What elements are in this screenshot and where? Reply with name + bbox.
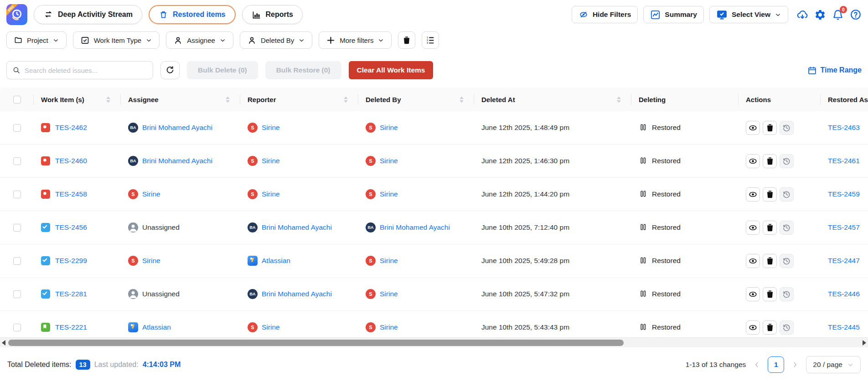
time-range-button[interactable]: Time Range	[807, 66, 862, 75]
restored-as-link[interactable]: TES-2461	[828, 157, 860, 165]
user-name-link[interactable]: Sirine	[380, 190, 398, 198]
cloud-download-icon[interactable]	[796, 9, 808, 21]
restore-history-button[interactable]	[780, 154, 794, 168]
view-button[interactable]	[746, 320, 760, 335]
restore-history-button[interactable]	[780, 320, 794, 335]
delete-button[interactable]	[763, 121, 777, 135]
user-name-link[interactable]: Sirine	[380, 157, 398, 165]
prev-page-button[interactable]	[753, 361, 760, 368]
view-button[interactable]	[746, 187, 760, 201]
user-name-link[interactable]: Sirine	[262, 190, 280, 198]
tab-deep-activity-stream[interactable]: Deep Activitiy Stream	[34, 5, 142, 24]
sort-icon[interactable]	[225, 96, 230, 103]
work-item-type-filter-dropdown[interactable]: Work Item Type	[73, 31, 160, 49]
work-item-link[interactable]: TES-2221	[55, 323, 87, 331]
tab-restored-items[interactable]: Restored items	[149, 5, 236, 24]
column-header-reporter[interactable]: Reporter	[240, 88, 358, 111]
user-name-link[interactable]: Sirine	[262, 124, 280, 132]
user-name-link[interactable]: Sirine	[380, 124, 398, 132]
view-button[interactable]	[746, 254, 760, 268]
assignee-filter-dropdown[interactable]: Assignee	[166, 31, 233, 49]
select-all-checkbox[interactable]	[13, 96, 21, 103]
refresh-button[interactable]	[160, 61, 180, 79]
project-filter-dropdown[interactable]: Project	[6, 31, 67, 49]
row-checkbox[interactable]	[13, 290, 21, 298]
notifications-bell-icon[interactable]: 0	[832, 9, 844, 21]
user-name-link[interactable]: Atlassian	[262, 257, 290, 265]
restore-history-button[interactable]	[780, 121, 794, 135]
tab-reports[interactable]: Reports	[242, 5, 303, 24]
column-header-work_item[interactable]: Work Item (s)	[34, 88, 121, 111]
user-name-link[interactable]: Sirine	[380, 290, 398, 298]
user-name-link[interactable]: Sirine	[142, 257, 160, 265]
work-item-link[interactable]: TES-2458	[55, 190, 87, 198]
column-header-deleted_by[interactable]: Deleted By	[358, 88, 474, 111]
user-name-link[interactable]: Sirine	[262, 323, 280, 331]
restore-history-button[interactable]	[780, 287, 794, 301]
restored-as-link[interactable]: TES-2446	[828, 290, 860, 298]
view-button[interactable]	[746, 154, 760, 168]
row-checkbox[interactable]	[13, 157, 21, 165]
sort-icon[interactable]	[343, 96, 348, 103]
view-button[interactable]	[746, 287, 760, 301]
restore-history-button[interactable]	[780, 221, 794, 235]
restored-as-link[interactable]: TES-2459	[828, 190, 860, 198]
scrollbar-thumb[interactable]	[8, 340, 624, 346]
scroll-right-arrow[interactable]	[863, 340, 866, 346]
summary-button[interactable]: Summary	[643, 6, 704, 23]
column-header-deleted_at[interactable]: Deleted At	[474, 88, 631, 111]
next-page-button[interactable]	[791, 361, 799, 368]
user-name-link[interactable]: Sirine	[380, 257, 398, 265]
more-filters-dropdown[interactable]: More filters	[319, 31, 392, 49]
row-checkbox[interactable]	[13, 191, 21, 198]
user-name-link[interactable]: Brini Mohamed Ayachi	[142, 157, 212, 165]
user-name-link[interactable]: Brini Mohamed Ayachi	[262, 290, 332, 298]
bulk-delete-button[interactable]: Bulk Delete (0)	[187, 61, 258, 79]
user-name-link[interactable]: Brini Mohamed Ayachi	[262, 223, 332, 232]
restored-as-link[interactable]: TES-2463	[828, 124, 860, 132]
user-name-link[interactable]: Sirine	[142, 190, 160, 198]
work-item-link[interactable]: TES-2462	[55, 124, 87, 132]
bulk-restore-button[interactable]: Bulk Restore (0)	[265, 61, 341, 79]
row-checkbox[interactable]	[13, 224, 21, 232]
restore-history-button[interactable]	[780, 187, 794, 201]
help-icon[interactable]	[850, 9, 862, 21]
column-header-assignee[interactable]: Assignee	[121, 88, 240, 111]
work-item-link[interactable]: TES-2460	[55, 157, 87, 165]
sort-icon[interactable]	[459, 96, 464, 103]
delete-button[interactable]	[763, 154, 777, 168]
delete-button[interactable]	[763, 287, 777, 301]
work-item-link[interactable]: TES-2281	[55, 290, 87, 298]
restore-history-button[interactable]	[780, 254, 794, 268]
page-number-button[interactable]: 1	[768, 356, 784, 373]
hide-filters-button[interactable]: Hide Filters	[572, 6, 638, 23]
work-item-link[interactable]: TES-2299	[55, 257, 87, 265]
row-checkbox[interactable]	[13, 324, 21, 331]
restored-as-link[interactable]: TES-2447	[828, 257, 860, 265]
restored-as-link[interactable]: TES-2457	[828, 223, 860, 232]
sort-icon[interactable]	[616, 96, 621, 103]
horizontal-scrollbar[interactable]	[0, 337, 868, 347]
delete-button[interactable]	[763, 187, 777, 201]
delete-filter-button[interactable]	[398, 31, 415, 49]
numbered-list-button[interactable]: 123	[422, 31, 439, 49]
scroll-left-arrow[interactable]	[2, 340, 5, 346]
settings-gear-icon[interactable]	[814, 9, 826, 21]
deleted-by-filter-dropdown[interactable]: Deleted By	[240, 31, 312, 49]
sort-icon[interactable]	[106, 96, 111, 103]
user-name-link[interactable]: Atlassian	[142, 323, 171, 331]
clear-all-work-items-button[interactable]: Clear All Work Items	[349, 61, 434, 79]
user-name-link[interactable]: Brini Mohamed Ayachi	[142, 124, 212, 132]
row-checkbox[interactable]	[13, 257, 21, 265]
work-item-link[interactable]: TES-2456	[55, 223, 87, 232]
delete-button[interactable]	[763, 221, 777, 235]
user-name-link[interactable]: Sirine	[262, 157, 280, 165]
search-input[interactable]	[25, 67, 147, 74]
select-view-button[interactable]: Select View	[709, 6, 788, 23]
user-name-link[interactable]: Brini Mohamed Ayachi	[380, 223, 450, 232]
delete-button[interactable]	[763, 254, 777, 268]
delete-button[interactable]	[763, 320, 777, 335]
restored-as-link[interactable]: TES-2445	[828, 323, 860, 331]
page-size-select[interactable]: 20 / page	[806, 356, 861, 373]
view-button[interactable]	[746, 121, 760, 135]
